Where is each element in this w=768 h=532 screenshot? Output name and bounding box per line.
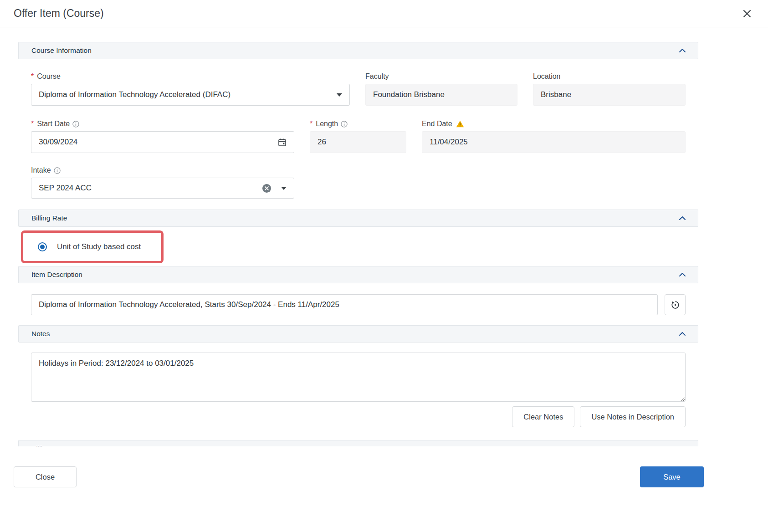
course-select[interactable]: Diploma of Information Technology Accele… [31, 84, 350, 106]
intake-select[interactable]: SEP 2024 ACC [31, 178, 294, 199]
faculty-field-group: Faculty Foundation Brisbane [365, 72, 517, 106]
faculty-field: Foundation Brisbane [365, 84, 517, 106]
course-field-group: *Course Diploma of Information Technolog… [31, 72, 350, 106]
section-header-billing-amount[interactable]: Billing Amount [18, 440, 698, 446]
clear-notes-button[interactable]: Clear Notes [512, 406, 574, 427]
section-title-billing-amount: Billing Amount [31, 445, 76, 446]
course-label: *Course [31, 72, 350, 81]
faculty-label: Faculty [365, 72, 517, 81]
modal-header: Offer Item (Course) [0, 0, 768, 27]
section-header-item-description[interactable]: Item Description [18, 266, 698, 283]
item-description-input[interactable] [31, 294, 658, 315]
modal-body: Course Information *Course Diploma of In… [0, 27, 768, 446]
location-field: Brisbane [533, 84, 686, 106]
info-icon[interactable] [72, 121, 79, 128]
location-field-group: Location Brisbane [533, 72, 686, 106]
modal-footer: Close Save [0, 446, 768, 487]
course-information-body: *Course Diploma of Information Technolog… [18, 72, 698, 199]
section-notes: Notes Holidays in Period: 23/12/2024 to … [18, 325, 698, 427]
intake-label: Intake [31, 166, 294, 175]
section-header-billing-rate[interactable]: Billing Rate [18, 210, 698, 227]
section-billing-amount: Billing Amount [18, 440, 698, 446]
close-button[interactable]: Close [14, 466, 77, 487]
end-date-field-group: End Date 11/04/2025 [422, 119, 686, 153]
required-marker: * [310, 120, 312, 128]
radio-dot [40, 245, 45, 249]
collapse-chevron-icon[interactable] [679, 216, 686, 220]
collapse-chevron-icon[interactable] [679, 332, 686, 336]
offer-item-modal: Offer Item (Course) Course Information * [0, 0, 768, 487]
modal-title: Offer Item (Course) [14, 7, 104, 20]
section-header-notes[interactable]: Notes [18, 325, 698, 343]
clear-icon[interactable] [261, 183, 272, 194]
section-title-course-information: Course Information [31, 46, 92, 55]
use-notes-in-description-button[interactable]: Use Notes in Description [580, 406, 686, 427]
course-select-value: Diploma of Information Technology Accele… [39, 90, 230, 99]
start-date-input-wrap [31, 131, 294, 153]
unit-of-study-radio-label[interactable]: Unit of Study based cost [57, 242, 141, 251]
required-marker: * [31, 72, 34, 81]
warning-icon [456, 120, 464, 128]
start-date-input[interactable] [39, 132, 272, 153]
start-date-label: *Start Date [31, 119, 294, 128]
end-date-field: 11/04/2025 [422, 131, 686, 153]
intake-field-group: Intake SEP 2024 ACC [31, 166, 294, 199]
chevron-down-icon[interactable] [281, 187, 287, 190]
info-icon[interactable] [54, 167, 61, 174]
collapse-chevron-icon[interactable] [679, 48, 686, 53]
info-icon[interactable] [341, 121, 348, 128]
length-label: *Length [310, 119, 406, 128]
notes-textarea[interactable]: Holidays in Period: 23/12/2024 to 03/01/… [31, 353, 686, 402]
required-marker: * [31, 120, 34, 128]
location-label: Location [533, 72, 686, 81]
section-title-notes: Notes [31, 330, 50, 338]
unit-of-study-radio[interactable] [38, 242, 47, 251]
highlight-annotation: Unit of Study based cost [21, 230, 164, 263]
length-field: 26 [310, 131, 406, 153]
reset-description-button[interactable] [665, 294, 686, 315]
save-button[interactable]: Save [640, 466, 704, 487]
close-icon[interactable] [740, 6, 754, 21]
section-title-item-description: Item Description [31, 271, 82, 279]
start-date-field-group: *Start Date [31, 119, 294, 153]
chevron-down-icon[interactable] [337, 93, 342, 97]
section-header-course-information[interactable]: Course Information [18, 42, 698, 59]
section-billing-rate: Billing Rate Unit of Study based cost [18, 210, 698, 263]
section-item-description: Item Description [18, 266, 698, 315]
history-icon [671, 300, 680, 310]
length-field-group: *Length 26 [310, 119, 406, 153]
calendar-icon[interactable] [278, 138, 287, 147]
collapse-chevron-icon[interactable] [679, 272, 686, 277]
notes-actions: Clear Notes Use Notes in Description [31, 406, 686, 427]
section-course-information: Course Information *Course Diploma of In… [18, 42, 698, 199]
end-date-label: End Date [422, 119, 686, 128]
intake-select-value: SEP 2024 ACC [39, 184, 92, 193]
section-title-billing-rate: Billing Rate [31, 214, 67, 222]
